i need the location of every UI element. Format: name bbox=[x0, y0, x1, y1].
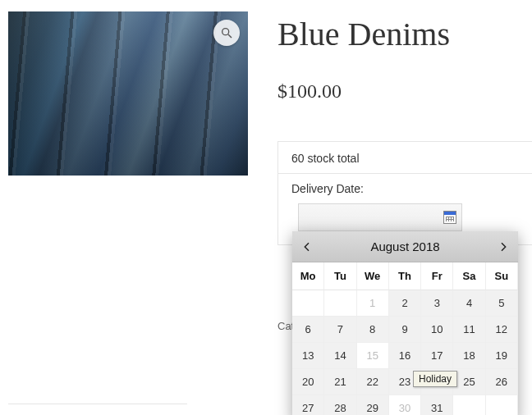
datepicker-day[interactable]: 18 bbox=[453, 343, 485, 369]
datepicker-day[interactable]: 3 bbox=[421, 290, 453, 317]
delivery-date-label: Delivery Date: bbox=[278, 174, 532, 200]
datepicker-day: 15 bbox=[357, 343, 389, 369]
datepicker-day[interactable]: 2 bbox=[389, 290, 421, 317]
datepicker-dow: Su bbox=[486, 262, 518, 290]
svg-point-0 bbox=[222, 29, 229, 35]
datepicker-day[interactable]: 17 bbox=[421, 343, 453, 369]
datepicker-day bbox=[292, 290, 324, 317]
datepicker-dow: Th bbox=[389, 262, 421, 290]
datepicker-day bbox=[486, 395, 518, 415]
datepicker-month-label: August 2018 bbox=[370, 239, 439, 253]
product-title: Blue Denims bbox=[277, 15, 450, 53]
datepicker-dow: Fr bbox=[421, 262, 453, 290]
datepicker-day: 30 bbox=[389, 395, 421, 415]
datepicker-day[interactable]: 26 bbox=[486, 369, 518, 395]
datepicker-day[interactable]: 6 bbox=[292, 317, 324, 343]
datepicker-day[interactable]: 4 bbox=[453, 290, 485, 317]
calendar-icon bbox=[443, 211, 456, 224]
zoom-icon[interactable] bbox=[213, 20, 240, 46]
datepicker-popup: August 2018 MoTuWeThFrSaSu12345678910111… bbox=[292, 231, 518, 415]
next-month-button[interactable] bbox=[488, 231, 518, 262]
datepicker-day[interactable]: 7 bbox=[324, 317, 356, 343]
datepicker-day[interactable]: 10 bbox=[421, 317, 453, 343]
datepicker-day[interactable]: 5 bbox=[486, 290, 518, 317]
datepicker-day[interactable]: 28 bbox=[324, 395, 356, 415]
datepicker-day[interactable]: 21 bbox=[324, 369, 356, 395]
prev-month-button[interactable] bbox=[292, 231, 322, 262]
datepicker-day[interactable]: 29 bbox=[357, 395, 389, 415]
datepicker-day[interactable]: 19 bbox=[486, 343, 518, 369]
datepicker-day: 1 bbox=[357, 290, 389, 317]
datepicker-day[interactable]: 20 bbox=[292, 369, 324, 395]
product-image[interactable] bbox=[8, 11, 248, 176]
datepicker-day[interactable]: 16 bbox=[389, 343, 421, 369]
datepicker-day[interactable]: 27 bbox=[292, 395, 324, 415]
divider bbox=[8, 404, 187, 404]
svg-line-1 bbox=[228, 34, 232, 38]
product-price: $100.00 bbox=[277, 80, 342, 103]
stock-text: 60 stock total bbox=[278, 142, 532, 174]
datepicker-header: August 2018 bbox=[292, 231, 518, 262]
datepicker-day[interactable]: 8 bbox=[357, 317, 389, 343]
datepicker-day[interactable]: 22 bbox=[357, 369, 389, 395]
datepicker-day[interactable]: 14 bbox=[324, 343, 356, 369]
datepicker-day bbox=[324, 290, 356, 317]
purchase-panel: 60 stock total Delivery Date: bbox=[277, 141, 532, 245]
datepicker-day[interactable]: 13 bbox=[292, 343, 324, 369]
datepicker-day bbox=[453, 395, 485, 415]
datepicker-day[interactable]: 9 bbox=[389, 317, 421, 343]
datepicker-day[interactable]: 25 bbox=[453, 369, 485, 395]
delivery-date-input[interactable] bbox=[298, 203, 462, 231]
datepicker-day[interactable]: 11 bbox=[453, 317, 485, 343]
datepicker-dow: Tu bbox=[324, 262, 356, 290]
holiday-tooltip: Holiday bbox=[413, 371, 457, 387]
datepicker-dow: We bbox=[357, 262, 389, 290]
datepicker-day[interactable]: 31 bbox=[421, 395, 453, 415]
datepicker-day[interactable]: 12 bbox=[486, 317, 518, 343]
datepicker-grid: MoTuWeThFrSaSu12345678910111213141516171… bbox=[292, 262, 518, 415]
datepicker-dow: Sa bbox=[453, 262, 485, 290]
datepicker-dow: Mo bbox=[292, 262, 324, 290]
